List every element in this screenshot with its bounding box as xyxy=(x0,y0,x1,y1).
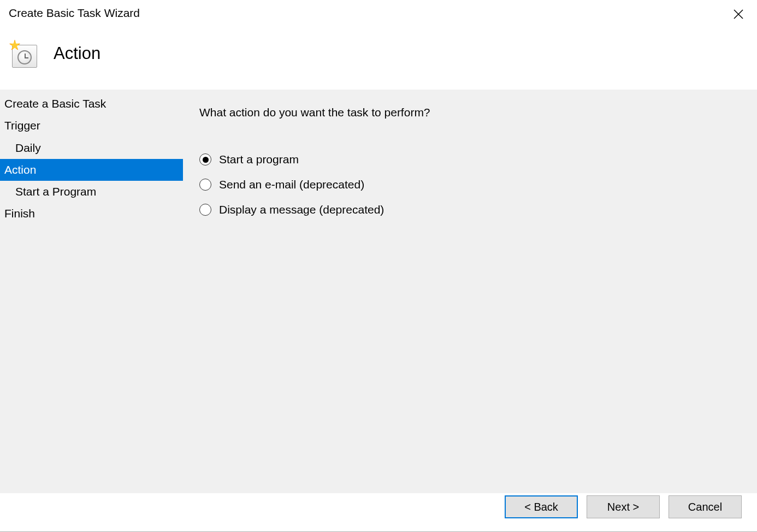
wizard-main-panel: What action do you want the task to perf… xyxy=(183,90,757,493)
radio-icon[interactable] xyxy=(199,153,211,165)
radio-label: Display a message (deprecated) xyxy=(219,203,384,216)
wizard-steps-sidebar: Create a Basic TaskTriggerDailyActionSta… xyxy=(0,90,183,493)
action-option[interactable]: Start a program xyxy=(199,153,741,166)
wizard-body: Create a Basic TaskTriggerDailyActionSta… xyxy=(0,90,757,493)
action-radio-group: Start a programSend an e-mail (deprecate… xyxy=(199,153,741,216)
sidebar-step[interactable]: Finish xyxy=(0,203,183,224)
radio-label: Send an e-mail (deprecated) xyxy=(219,178,364,191)
sidebar-step[interactable]: Daily xyxy=(0,137,183,159)
task-wizard-icon xyxy=(9,39,37,68)
radio-icon[interactable] xyxy=(199,179,211,191)
radio-label: Start a program xyxy=(219,153,299,166)
window-title: Create Basic Task Wizard xyxy=(9,7,140,20)
back-button[interactable]: < Back xyxy=(505,495,578,518)
action-option[interactable]: Display a message (deprecated) xyxy=(199,203,741,216)
action-prompt: What action do you want the task to perf… xyxy=(199,106,741,119)
sidebar-step[interactable]: Create a Basic Task xyxy=(0,93,183,115)
sidebar-step[interactable]: Start a Program xyxy=(0,181,183,203)
wizard-button-row: < Back Next > Cancel xyxy=(505,495,742,518)
close-icon[interactable] xyxy=(729,7,748,24)
next-button[interactable]: Next > xyxy=(587,495,660,518)
action-option[interactable]: Send an e-mail (deprecated) xyxy=(199,178,741,191)
cancel-button[interactable]: Cancel xyxy=(669,495,742,518)
titlebar: Create Basic Task Wizard xyxy=(0,0,757,29)
wizard-header: Action xyxy=(0,29,757,90)
page-heading: Action xyxy=(54,44,100,63)
sidebar-step[interactable]: Action xyxy=(0,159,183,181)
radio-icon[interactable] xyxy=(199,204,211,216)
sidebar-step[interactable]: Trigger xyxy=(0,115,183,137)
